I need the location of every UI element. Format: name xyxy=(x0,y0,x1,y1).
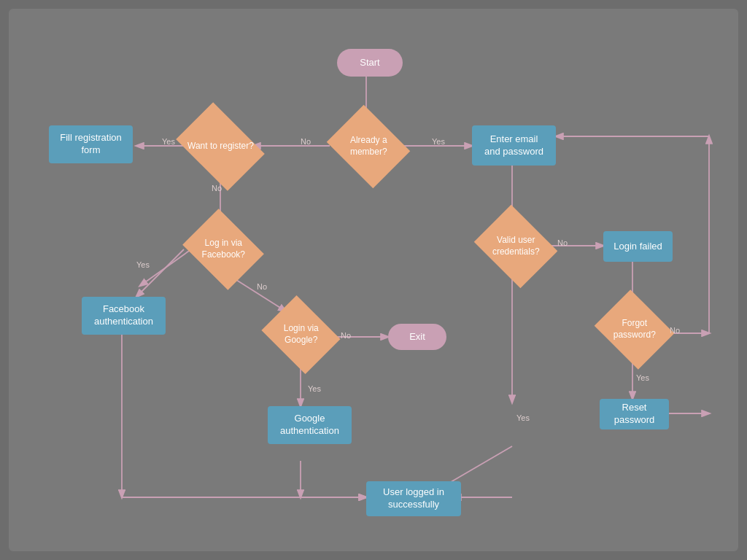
enter-email-node: Enter email and password xyxy=(472,125,556,166)
label-no-google: No xyxy=(341,331,351,340)
already-member-label: Already a member? xyxy=(336,135,401,158)
forgot-password-label: Forgot password? xyxy=(603,318,665,341)
login-failed-label: Login failed xyxy=(614,241,662,253)
exit-node: Exit xyxy=(388,324,446,350)
label-yes-forgot: Yes xyxy=(636,373,649,382)
valid-creds-label: Valid user credentials? xyxy=(483,235,549,257)
login-facebook-node: Log in via Facebook? xyxy=(182,209,264,290)
login-failed-node: Login failed xyxy=(603,231,673,262)
start-label: Start xyxy=(360,57,379,69)
reset-password-label: Reset password xyxy=(608,402,660,427)
login-google-node: Login via Google? xyxy=(261,295,340,374)
start-node: Start xyxy=(337,49,403,77)
enter-email-label: Enter email and password xyxy=(481,133,547,158)
label-no-forgot: No xyxy=(670,326,680,335)
login-facebook-label: Log in via Facebook? xyxy=(191,238,255,260)
exit-label: Exit xyxy=(409,331,425,343)
fill-form-node: Fill registration form xyxy=(49,125,133,163)
label-no-already-member: No xyxy=(301,137,311,146)
already-member-node: Already a member? xyxy=(327,105,411,189)
want-register-label: Want to register? xyxy=(187,141,254,152)
label-no-want-register: No xyxy=(212,184,222,192)
svg-line-7 xyxy=(136,249,184,297)
google-auth-label: Google authentication xyxy=(276,413,343,438)
google-auth-node: Google authentication xyxy=(268,406,352,444)
label-yes-valid: Yes xyxy=(516,413,530,422)
label-yes-google: Yes xyxy=(308,384,321,393)
login-google-label: Login via Google? xyxy=(270,323,332,346)
label-no-facebook: No xyxy=(257,282,267,291)
user-logged-node: User logged in successfully xyxy=(366,481,461,516)
forgot-password-node: Forgot password? xyxy=(595,289,675,370)
valid-creds-node: Valid user credentials? xyxy=(474,205,558,289)
user-logged-label: User logged in successfully xyxy=(375,486,452,511)
label-no-valid: No xyxy=(557,238,568,247)
fill-form-label: Fill registration form xyxy=(58,132,124,157)
reset-password-node: Reset password xyxy=(600,399,669,429)
label-yes-want-register: Yes xyxy=(162,137,175,146)
label-yes-facebook: Yes xyxy=(136,260,150,269)
want-register-node: Want to register? xyxy=(176,102,265,191)
label-yes-already-member: Yes xyxy=(432,137,445,146)
facebook-auth-label: Facebook authentication xyxy=(90,303,157,328)
flowchart-canvas: Start Already a member? Want to register… xyxy=(9,9,738,551)
facebook-auth-node: Facebook authentication xyxy=(82,297,166,335)
